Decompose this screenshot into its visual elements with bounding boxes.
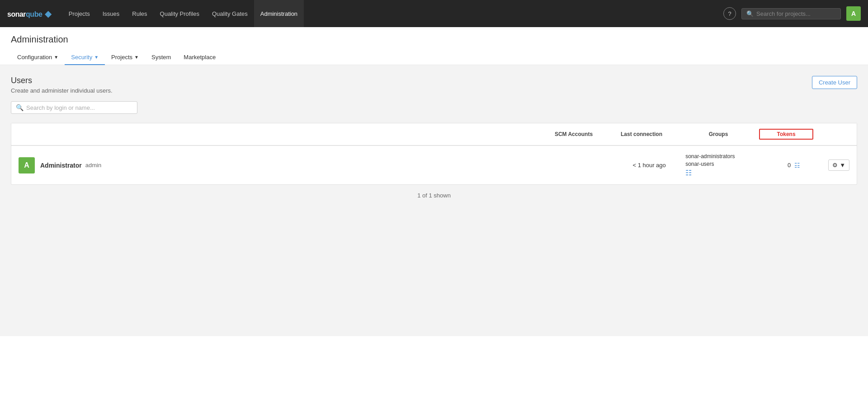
page-container: Administration Configuration ▼ Security … <box>0 27 868 408</box>
create-user-button[interactable]: Create User <box>812 76 857 89</box>
group-name-2: sonar-users <box>685 161 767 167</box>
nav-links: Projects Issues Rules Quality Profiles Q… <box>62 0 723 27</box>
user-tokens: 0 ☷ <box>767 162 821 169</box>
users-table: SCM Accounts Last connection Groups Toke… <box>11 123 857 185</box>
navbar-right: ? 🔍 A <box>723 6 861 21</box>
col-header-tokens[interactable]: Tokens <box>759 129 813 140</box>
col-header-scm: SCM Accounts <box>542 131 605 137</box>
list-icon[interactable]: ☷ <box>685 169 767 177</box>
user-info: Administrator admin <box>40 162 550 169</box>
gear-icon: ⚙ <box>832 162 838 169</box>
col-header-groups: Groups <box>678 131 759 137</box>
tab-security[interactable]: Security ▼ <box>65 50 105 65</box>
user-groups: sonar-administrators sonar-users ☷ <box>685 153 767 177</box>
admin-tabs: Configuration ▼ Security ▼ Projects ▼ Sy… <box>11 50 857 65</box>
user-login: admin <box>85 162 101 169</box>
token-list-icon[interactable]: ☷ <box>794 162 800 169</box>
page-title: Administration <box>11 34 857 45</box>
user-actions: ⚙ ▼ <box>828 159 849 171</box>
table-header: SCM Accounts Last connection Groups Toke… <box>11 123 857 145</box>
nav-issues[interactable]: Issues <box>96 0 126 27</box>
nav-administration[interactable]: Administration <box>254 0 304 27</box>
user-last-connection: < 1 hour ago <box>613 162 685 169</box>
chevron-down-icon: ▼ <box>54 55 58 60</box>
nav-quality-profiles[interactable]: Quality Profiles <box>154 0 206 27</box>
group-name-1: sonar-administrators <box>685 153 767 159</box>
user-action-button[interactable]: ⚙ ▼ <box>828 159 849 171</box>
page-header: Administration Configuration ▼ Security … <box>0 27 868 65</box>
user-search-input[interactable] <box>26 104 132 111</box>
user-avatar-cell: A <box>19 157 35 174</box>
chevron-down-icon: ▼ <box>840 162 845 169</box>
col-header-last-connection: Last connection <box>605 131 678 137</box>
section-header: Users Create and administer individual u… <box>11 76 857 94</box>
tab-projects[interactable]: Projects ▼ <box>105 50 145 65</box>
search-icon: 🔍 <box>16 104 24 111</box>
nav-rules[interactable]: Rules <box>126 0 153 27</box>
token-count: 0 <box>788 162 791 169</box>
user-name: Administrator <box>40 162 82 169</box>
tab-configuration[interactable]: Configuration ▼ <box>11 50 65 65</box>
logo[interactable]: sonarqube ◆ <box>7 8 52 19</box>
section-title: Users <box>11 76 113 85</box>
search-icon: 🔍 <box>746 10 754 17</box>
help-button[interactable]: ? <box>723 7 736 20</box>
project-search-input[interactable] <box>756 10 836 17</box>
content-area: Users Create and administer individual u… <box>0 65 868 336</box>
project-search-box[interactable]: 🔍 <box>741 8 841 19</box>
nav-quality-gates[interactable]: Quality Gates <box>206 0 254 27</box>
navbar: sonarqube ◆ Projects Issues Rules Qualit… <box>0 0 868 27</box>
user-avatar[interactable]: A <box>846 6 861 21</box>
chevron-down-icon: ▼ <box>94 55 99 60</box>
nav-projects[interactable]: Projects <box>62 0 96 27</box>
tab-system[interactable]: System <box>145 50 177 65</box>
section-description: Create and administer individual users. <box>11 87 113 94</box>
chevron-down-icon: ▼ <box>134 55 139 60</box>
user-search-box[interactable]: 🔍 <box>11 101 137 114</box>
pagination-info: 1 of 1 shown <box>11 185 857 206</box>
table-row: A Administrator admin < 1 hour ago sonar… <box>11 145 857 184</box>
tab-marketplace[interactable]: Marketplace <box>177 50 222 65</box>
logo-text: sonarqube ◆ <box>7 8 52 19</box>
